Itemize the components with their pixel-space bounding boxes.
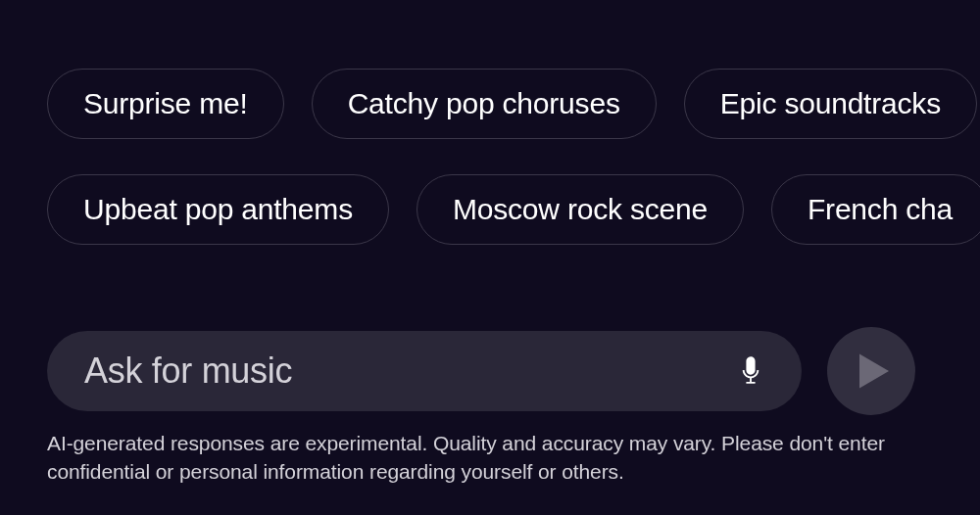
suggestion-chip-upbeat-pop[interactable]: Upbeat pop anthems — [47, 174, 389, 245]
suggestion-chips-container: Surprise me! Catchy pop choruses Epic so… — [47, 69, 980, 245]
microphone-icon — [740, 356, 761, 386]
suggestion-chip-epic-soundtracks[interactable]: Epic soundtracks — [684, 69, 977, 139]
suggestion-chip-moscow-rock[interactable]: Moscow rock scene — [416, 174, 744, 245]
play-icon — [859, 353, 889, 389]
suggestion-chip-french-cha[interactable]: French cha — [771, 174, 980, 245]
ai-disclaimer-text: AI-generated responses are experimental.… — [47, 430, 902, 486]
suggestion-chip-surprise-me[interactable]: Surprise me! — [47, 69, 284, 139]
music-input-bar — [47, 331, 802, 411]
suggestion-row-1: Surprise me! Catchy pop choruses Epic so… — [47, 69, 980, 139]
play-button[interactable] — [827, 327, 915, 415]
suggestion-row-2: Upbeat pop anthems Moscow rock scene Fre… — [47, 174, 980, 245]
microphone-button[interactable] — [729, 350, 772, 393]
input-bar-row — [47, 327, 980, 415]
suggestion-chip-catchy-pop[interactable]: Catchy pop choruses — [312, 69, 657, 139]
music-input[interactable] — [84, 351, 729, 392]
